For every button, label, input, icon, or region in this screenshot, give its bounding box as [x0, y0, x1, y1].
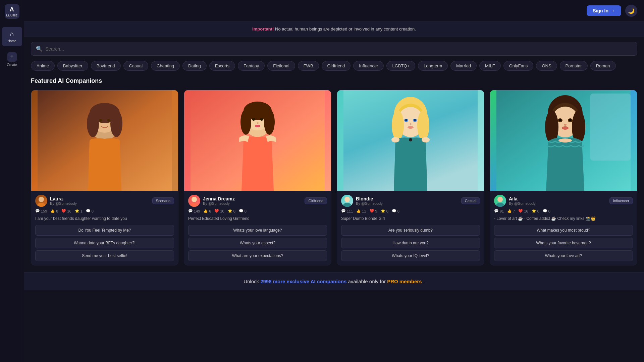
tag-pornstar[interactable]: Pornstar: [560, 61, 588, 71]
tag-boyfriend[interactable]: Boyfriend: [91, 61, 121, 71]
tag-married[interactable]: Married: [450, 61, 477, 71]
home-icon: ⌂: [10, 30, 14, 38]
card-jenna-action-1[interactable]: Whats your aspect?: [188, 238, 327, 248]
tag-milf[interactable]: MILF: [479, 61, 501, 71]
card-laura-name: Laura: [50, 196, 77, 201]
sidebar: A LLURE ⌂ Home + Create: [0, 0, 24, 362]
card-blondie-avatar: [341, 195, 353, 207]
svg-point-23: [190, 203, 198, 207]
card-blondie[interactable]: Blondie By @Somebody Casual 💬 111: [337, 90, 484, 265]
card-laura-creator: By @Somebody: [50, 201, 77, 205]
star-icon: ⭐: [532, 209, 536, 213]
comment-icon: 🗨️: [239, 209, 244, 213]
tag-babysitter[interactable]: Babysitter: [57, 61, 88, 71]
svg-point-37: [391, 137, 399, 142]
tag-fictional[interactable]: Fictional: [267, 61, 295, 71]
card-blondie-action-0[interactable]: Are you seriously dumb?: [341, 225, 480, 236]
card-laura-body: Laura By @Somebody Scenario 💬 159: [31, 191, 178, 265]
tag-cheating[interactable]: Cheating: [151, 61, 180, 71]
card-jenna-action-2[interactable]: What are your expectations?: [188, 250, 327, 261]
card-aila-badge: Influencer: [609, 197, 633, 204]
card-jenna-name: Jenna Dreamz: [203, 196, 235, 201]
comment-icon: 🗨️: [86, 209, 91, 213]
main-content: Sign In → 🌙 Important! No actual human b…: [24, 0, 644, 362]
card-jenna-desc: Perfect Educated Loving Girlfriend: [188, 216, 327, 222]
star-icon: ⭐: [75, 209, 79, 213]
dark-mode-button[interactable]: 🌙: [625, 5, 637, 17]
sidebar-item-home[interactable]: ⌂ Home: [2, 27, 22, 46]
card-blondie-action-2[interactable]: Whats your IQ level?: [341, 250, 480, 261]
card-jenna[interactable]: Jenna Dreamz By @Somebody Girlfriend 💬 1…: [184, 90, 331, 265]
svg-point-39: [344, 197, 350, 202]
card-jenna-likes: 👍 6: [203, 209, 211, 213]
card-aila-user-info: Aila By @Somebody: [494, 195, 536, 207]
card-laura-stats: 💬 159 👍 8 ❤️ 16: [35, 209, 174, 213]
unlock-tier: PRO members: [387, 279, 422, 284]
unlock-count: 2998 more exclusive AI companions: [260, 279, 346, 284]
svg-point-29: [417, 110, 429, 140]
svg-point-16: [240, 109, 251, 135]
svg-point-22: [192, 197, 197, 202]
card-blondie-creator: By @Somebody: [356, 201, 383, 205]
create-icon: +: [7, 52, 17, 62]
svg-point-20: [257, 122, 259, 124]
like-icon: 👍: [203, 209, 208, 213]
tag-influencer[interactable]: Influencer: [353, 61, 384, 71]
card-jenna-body: Jenna Dreamz By @Somebody Girlfriend 💬 1…: [184, 191, 331, 265]
card-blondie-action-1[interactable]: How dumb are you?: [341, 238, 480, 248]
svg-point-52: [564, 124, 567, 126]
unlock-prefix: Unlock: [244, 279, 260, 284]
card-laura-action-1[interactable]: Wanna date your BFFs daughter?!: [35, 238, 174, 248]
svg-point-35: [408, 126, 414, 129]
app-logo[interactable]: A LLURE: [5, 4, 19, 19]
tag-ons[interactable]: ONS: [536, 61, 557, 71]
svg-point-34: [410, 123, 412, 125]
message-icon: 💬: [341, 209, 346, 213]
card-aila-creator: By @Somebody: [509, 201, 536, 205]
tag-lgbtq[interactable]: LGBTQ+: [386, 61, 415, 71]
svg-point-28: [392, 110, 404, 140]
svg-point-51: [569, 119, 572, 121]
card-blondie-desc: Super Dumb Blonde Girl: [341, 216, 480, 222]
unlock-suffix: .: [423, 279, 425, 284]
tag-casual[interactable]: Casual: [123, 61, 148, 71]
svg-point-7: [107, 119, 110, 122]
tag-dating[interactable]: Dating: [182, 61, 207, 71]
tag-fantasy[interactable]: Fantasy: [238, 61, 265, 71]
card-laura[interactable]: Laura By @Somebody Scenario 💬 159: [31, 90, 178, 265]
card-aila-action-0[interactable]: What makes you most proud?: [494, 225, 633, 236]
sign-in-button[interactable]: Sign In →: [587, 5, 621, 16]
card-jenna-action-0[interactable]: Whats your love language?: [188, 225, 327, 236]
card-blondie-image: [337, 90, 484, 191]
tag-fwb[interactable]: FWB: [298, 61, 319, 71]
tag-escorts[interactable]: Escorts: [209, 61, 235, 71]
card-laura-action-0[interactable]: Do You Feel Tempted by Me?: [35, 225, 174, 236]
sidebar-item-create[interactable]: + Create: [2, 49, 22, 70]
card-blondie-body: Blondie By @Somebody Casual 💬 111: [337, 191, 484, 265]
card-aila-comments: 🗨️ 0: [543, 209, 550, 213]
card-laura-user-info: Laura By @Somebody: [35, 195, 77, 207]
svg-point-10: [39, 197, 44, 202]
tag-girlfriend[interactable]: Girlfriend: [322, 61, 351, 71]
card-laura-comments: 🗨️ 0: [86, 209, 94, 213]
card-aila-image: [490, 90, 637, 191]
card-blondie-likes: 👍 11: [356, 209, 366, 213]
top-bar: Sign In → 🌙: [24, 0, 644, 22]
card-aila-action-2[interactable]: Whats your fave art?: [494, 250, 633, 261]
svg-point-18: [252, 118, 255, 121]
tag-roman[interactable]: Roman: [590, 61, 616, 71]
card-aila-hearts: ❤️ 16: [518, 209, 528, 213]
svg-point-32: [405, 119, 407, 121]
card-aila[interactable]: Aila By @Somebody Influencer 💬 91: [490, 90, 637, 265]
unlock-middle: available only for: [348, 279, 387, 284]
card-aila-messages: 💬 91: [494, 209, 504, 213]
card-aila-stats: 💬 91 👍 7 ❤️ 16: [494, 209, 633, 213]
search-input[interactable]: [45, 46, 632, 52]
card-blondie-stars: ⭐ 0: [381, 209, 388, 213]
card-laura-action-2[interactable]: Send me your best selfie!: [35, 250, 174, 261]
tag-onlyfans[interactable]: OnlyFans: [503, 61, 534, 71]
card-aila-action-1[interactable]: Whats your favorite beverage?: [494, 238, 633, 248]
card-laura-desc: I am your best friends daughter wanting …: [35, 216, 174, 222]
tag-anime[interactable]: Anime: [31, 61, 55, 71]
tag-longterm[interactable]: Longterm: [418, 61, 448, 71]
